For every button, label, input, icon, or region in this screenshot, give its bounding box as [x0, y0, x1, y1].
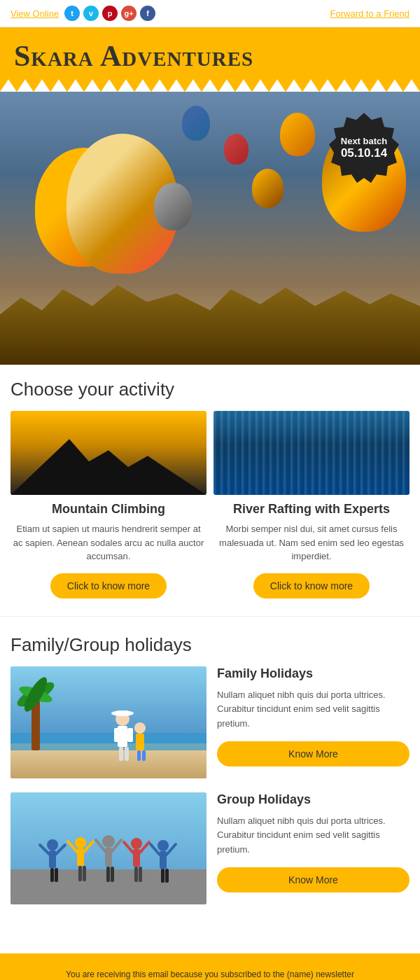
balloon-4	[280, 113, 315, 156]
activity-grid: Mountain Climbing Etiam ut sapien ut mau…	[10, 411, 410, 598]
header-title: Skara Adventures	[14, 40, 406, 79]
footer-gap	[0, 932, 420, 953]
svg-rect-49	[161, 869, 164, 883]
svg-rect-32	[83, 866, 86, 881]
family-image	[10, 666, 206, 778]
family-title: Family Holidays	[217, 666, 410, 681]
header: Skara Adventures	[0, 27, 420, 79]
svg-rect-11	[119, 747, 123, 761]
svg-rect-9	[114, 728, 120, 742]
divider	[0, 616, 420, 617]
top-bar: View Online t v p g+ f Forward to a Frie…	[0, 0, 420, 27]
zigzag-border	[0, 79, 420, 92]
group-title: Group Holidays	[217, 792, 410, 807]
mountain-title: Mountain Climbing	[52, 502, 165, 517]
group-svg	[10, 792, 206, 904]
group-holiday-item: Group Holidays Nullam aliquet nibh quis …	[10, 792, 410, 904]
svg-rect-10	[127, 728, 133, 742]
balloon-7	[252, 169, 284, 208]
email-wrapper: View Online t v p g+ f Forward to a Frie…	[0, 0, 420, 980]
svg-point-45	[158, 840, 169, 851]
svg-rect-37	[106, 867, 110, 882]
svg-rect-14	[117, 710, 128, 716]
family-holiday-item: Family Holidays Nullam aliquet nibh quis…	[10, 666, 410, 778]
family-desc: Nullam aliquet nibh quis dui porta ultri…	[217, 688, 410, 732]
holidays-section-title: Family/Group holidays	[10, 634, 410, 656]
balloon-5	[182, 106, 210, 141]
svg-rect-38	[111, 867, 114, 882]
svg-rect-18	[142, 750, 146, 761]
footer-text: You are receiving this email because you…	[10, 967, 410, 980]
family-cta-button[interactable]: Know More	[217, 741, 410, 766]
svg-point-21	[47, 839, 58, 850]
hero-image: Next batch 05.10.14	[0, 92, 420, 365]
svg-rect-16	[136, 734, 144, 750]
balloon-6	[224, 134, 248, 164]
svg-rect-17	[137, 750, 141, 761]
svg-point-15	[134, 722, 146, 734]
badge-line1: Next batch	[341, 136, 387, 146]
forward-link[interactable]: Forward to a Friend	[330, 8, 410, 19]
footer: You are receiving this email because you…	[0, 953, 420, 980]
activity-card-mountain: Mountain Climbing Etiam ut sapien ut mau…	[10, 411, 206, 598]
group-cta-button[interactable]: Know More	[217, 867, 410, 892]
rafting-image	[214, 411, 410, 495]
holidays-section: Family/Group holidays	[0, 620, 420, 932]
rafting-cta-button[interactable]: Click to know more	[253, 573, 370, 598]
twitter-icon[interactable]: t	[64, 6, 80, 21]
badge-line2: 05.10.14	[341, 146, 387, 160]
group-desc: Nullam aliquet nibh quis dui porta ultri…	[217, 814, 410, 858]
view-online-link[interactable]: View Online	[10, 8, 59, 19]
svg-rect-12	[125, 747, 129, 761]
svg-rect-26	[55, 868, 58, 882]
google-icon[interactable]: g+	[121, 6, 136, 21]
balloon-8	[154, 183, 192, 230]
svg-rect-50	[165, 869, 169, 883]
rafting-title: River Rafting with Experts	[233, 502, 390, 517]
group-content: Group Holidays Nullam aliquet nibh quis …	[217, 792, 410, 892]
footer-line1: You are receiving this email because you…	[10, 967, 410, 980]
activities-section-title: Choose your activity	[10, 379, 410, 400]
svg-point-33	[102, 835, 115, 848]
svg-rect-31	[78, 866, 82, 881]
svg-point-39	[131, 838, 142, 849]
social-icons: t v p g+ f	[64, 6, 155, 21]
group-image	[10, 792, 206, 904]
mountain-image	[10, 411, 206, 495]
mountain-desc: Etiam ut sapien ut mauris hendrerit semp…	[10, 522, 206, 564]
svg-rect-44	[139, 867, 142, 882]
svg-rect-25	[50, 868, 54, 882]
family-svg	[10, 666, 206, 778]
rafting-desc: Morbi semper nisl dui, sit amet cursus f…	[214, 522, 410, 564]
pinterest-icon[interactable]: p	[102, 6, 118, 21]
activity-card-rafting: River Rafting with Experts Morbi semper …	[214, 411, 410, 598]
activities-section: Choose your activity Mountain Climbing E…	[0, 365, 420, 612]
facebook-icon[interactable]: f	[140, 6, 155, 21]
top-bar-left: View Online t v p g+ f	[10, 6, 155, 21]
vimeo-icon[interactable]: v	[83, 6, 99, 21]
mountain-cta-button[interactable]: Click to know more	[50, 573, 167, 598]
svg-point-27	[75, 837, 86, 848]
svg-rect-43	[134, 867, 138, 882]
family-content: Family Holidays Nullam aliquet nibh quis…	[217, 666, 410, 766]
